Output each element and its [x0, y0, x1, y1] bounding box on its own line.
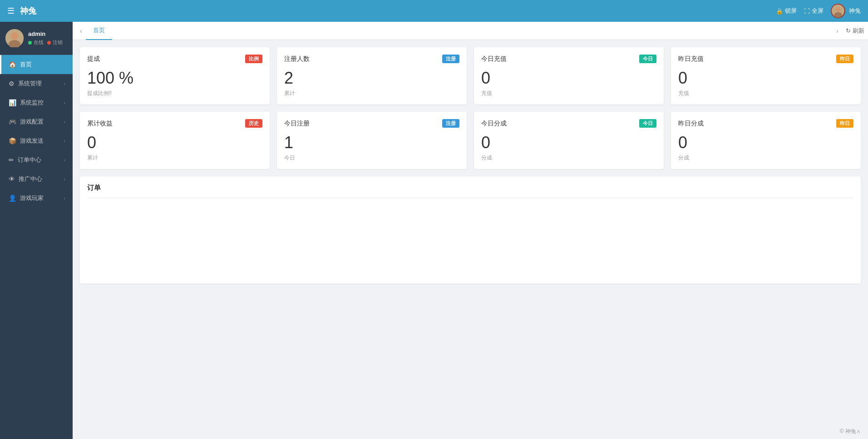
sidebar-item-game-player[interactable]: 👤 游戏玩家 ›	[0, 189, 73, 208]
tab-home-label: 首页	[93, 26, 105, 35]
sidebar-item-game-deliver[interactable]: 📦 游戏发送 ›	[0, 131, 73, 150]
chevron-right-icon-3: ›	[64, 120, 65, 125]
svg-point-4	[11, 32, 18, 40]
sidebar-item-label-home: 首页	[20, 60, 32, 69]
card-commission-title: 提成	[87, 55, 100, 63]
sidebar-item-label-game-deliver: 游戏发送	[20, 137, 44, 145]
fullscreen-button[interactable]: ⛶ 全屏	[804, 7, 824, 15]
card-cumulative-income-badge: 历史	[245, 119, 262, 128]
chevron-right-icon-7: ›	[64, 196, 65, 201]
card-cumulative-income: 累计收益 历史 0 累计	[80, 112, 270, 169]
tab-bar: ‹ 首页 › ↻ 刷新	[73, 22, 868, 40]
card-today-register-label: 今日	[284, 154, 459, 162]
lock-icon: 🔒	[776, 8, 783, 15]
card-commission: 提成 比例 100 % 提成比例‼	[80, 47, 270, 105]
card-yesterday-recharge: 昨日充值 昨日 0 充值	[671, 47, 861, 105]
card-registered-title: 注册人数	[284, 55, 310, 63]
card-today-share: 今日分成 今日 0 分成	[474, 112, 664, 169]
header: ☰ 神兔 🔒 锁屏 ⛶ 全屏 神兔	[0, 0, 868, 22]
card-yesterday-share-title: 昨日分成	[678, 120, 704, 128]
card-today-register: 今日注册 注册 1 今日	[277, 112, 467, 169]
sidebar-item-promote-center[interactable]: 👁 推广中心 ›	[0, 170, 73, 189]
game-config-icon: 🎮	[9, 118, 16, 125]
sidebar-user-section: admin 在线 注销	[0, 22, 73, 55]
card-today-register-badge: 注册	[442, 119, 459, 128]
card-registered-value: 2	[284, 69, 459, 88]
tab-next-button[interactable]: ›	[833, 27, 842, 35]
sidebar-item-label-system-monitor: 系统监控	[20, 99, 44, 107]
header-user[interactable]: 神兔	[831, 4, 861, 18]
chevron-right-icon: ›	[64, 81, 65, 86]
card-today-share-badge: 今日	[639, 119, 656, 128]
sidebar-nav: 🏠 首页 ⚙ 系统管理 › 📊 系统监控 › 🎮	[0, 55, 73, 439]
menu-toggle-icon[interactable]: ☰	[7, 6, 15, 16]
sidebar-item-label-game-player: 游戏玩家	[20, 194, 44, 202]
card-registered-count: 注册人数 注册 2 累计	[277, 47, 467, 105]
card-registered-badge: 注册	[442, 55, 459, 63]
svg-point-1	[836, 7, 841, 12]
cards-row-1: 提成 比例 100 % 提成比例‼ 注册人数 注册 2 累计	[80, 47, 861, 105]
card-yesterday-recharge-badge: 昨日	[836, 55, 853, 63]
sidebar-user-info: admin 在线 注销	[28, 30, 67, 46]
online-status-dot	[28, 41, 32, 45]
card-yesterday-share-badge: 昨日	[836, 119, 853, 128]
monitor-icon: 📊	[9, 99, 16, 106]
card-today-recharge-value: 0	[481, 69, 656, 88]
footer-text: © 神兔∧	[840, 428, 861, 434]
sidebar-item-label-game-config: 游戏配置	[20, 118, 44, 126]
chevron-right-icon-4: ›	[64, 139, 65, 144]
order-section: 订单	[80, 176, 861, 284]
sidebar-item-system-manage[interactable]: ⚙ 系统管理 ›	[0, 74, 73, 93]
tab-home[interactable]: 首页	[86, 22, 112, 40]
sidebar-username: admin	[28, 30, 67, 37]
card-yesterday-share-value: 0	[678, 133, 853, 152]
header-avatar	[831, 4, 845, 18]
card-yesterday-share: 昨日分成 昨日 0 分成	[671, 112, 861, 169]
card-commission-value: 100 %	[87, 69, 262, 88]
promote-icon: 👁	[9, 175, 15, 183]
card-commission-badge: 比例	[245, 55, 262, 63]
order-section-content	[87, 204, 853, 276]
chevron-right-icon-2: ›	[64, 100, 65, 105]
card-registered-label: 累计	[284, 90, 459, 97]
user-avatar-img	[832, 4, 844, 18]
player-icon: 👤	[9, 195, 16, 202]
content-area: ‹ 首页 › ↻ 刷新 提成 比例	[73, 22, 868, 439]
chevron-right-icon-6: ›	[64, 177, 65, 182]
card-today-share-title: 今日分成	[481, 120, 507, 128]
cancel-status-dot	[47, 41, 51, 45]
card-yesterday-recharge-label: 充值	[678, 90, 853, 97]
refresh-label: 刷新	[853, 27, 864, 35]
svg-point-2	[834, 12, 842, 18]
card-yesterday-recharge-title: 昨日充值	[678, 55, 704, 63]
home-icon: 🏠	[9, 61, 16, 68]
card-cumulative-income-title: 累计收益	[87, 120, 113, 128]
refresh-button[interactable]: ↻ 刷新	[846, 27, 864, 35]
card-commission-label: 提成比例‼	[87, 90, 262, 97]
card-today-share-label: 分成	[481, 154, 656, 162]
sidebar-item-order-center[interactable]: ✏ 订单中心 ›	[0, 150, 73, 170]
sidebar-item-home[interactable]: 🏠 首页	[0, 55, 73, 74]
tab-bar-right: › ↻ 刷新	[833, 27, 864, 35]
chevron-right-icon-5: ›	[64, 158, 65, 163]
sidebar-status: 在线 注销	[28, 39, 67, 46]
order-section-title: 订单	[87, 184, 853, 198]
card-today-register-value: 1	[284, 133, 459, 152]
sidebar: admin 在线 注销 🏠 首页 ⚙ 系统管理	[0, 22, 73, 439]
card-today-recharge: 今日充值 今日 0 充值	[474, 47, 664, 105]
tab-prev-button[interactable]: ‹	[76, 27, 86, 35]
sidebar-avatar	[5, 29, 24, 47]
card-yesterday-share-label: 分成	[678, 154, 853, 162]
lock-screen-button[interactable]: 🔒 锁屏	[776, 7, 797, 15]
sidebar-item-system-monitor[interactable]: 📊 系统监控 ›	[0, 93, 73, 112]
header-left: ☰ 神兔	[7, 5, 36, 16]
page-content: 提成 比例 100 % 提成比例‼ 注册人数 注册 2 累计	[73, 40, 868, 424]
card-today-recharge-badge: 今日	[639, 55, 656, 63]
app-title: 神兔	[20, 5, 36, 16]
main-layout: admin 在线 注销 🏠 首页 ⚙ 系统管理	[0, 22, 868, 439]
sidebar-item-label-promote-center: 推广中心	[19, 175, 42, 183]
card-today-recharge-label: 充值	[481, 90, 656, 97]
cards-row-2: 累计收益 历史 0 累计 今日注册 注册 1 今日	[80, 112, 861, 169]
refresh-icon: ↻	[846, 27, 851, 34]
sidebar-item-game-config[interactable]: 🎮 游戏配置 ›	[0, 112, 73, 131]
